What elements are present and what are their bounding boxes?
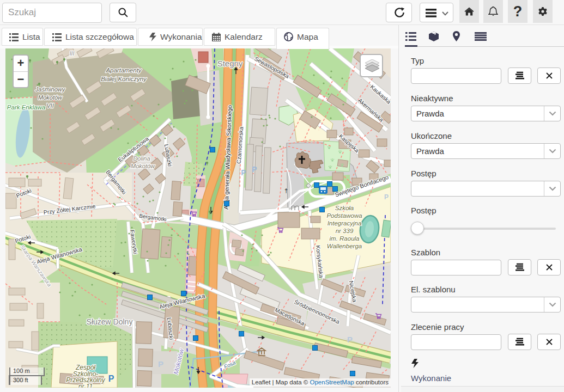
- svg-text:Służew Dolny: Służew Dolny: [87, 317, 133, 326]
- svg-text:Białej Koniczyny: Białej Koniczyny: [101, 76, 147, 82]
- svg-text:P: P: [108, 374, 114, 383]
- svg-text:III: III: [70, 51, 75, 57]
- svg-text:†: †: [284, 187, 288, 194]
- svg-text:Mokotów: Mokotów: [38, 94, 63, 101]
- svg-text:P: P: [252, 165, 257, 174]
- svg-text:Podstawowa: Podstawowa: [326, 212, 362, 219]
- svg-text:Park Enklawa: Park Enklawa: [7, 104, 45, 111]
- svg-text:Stegny: Stegny: [217, 59, 243, 68]
- svg-text:VII: VII: [46, 102, 53, 109]
- svg-text:im. Raoula: im. Raoula: [330, 235, 360, 242]
- svg-text:P: P: [241, 168, 246, 177]
- svg-text:P: P: [384, 193, 389, 201]
- svg-text:Wallenberga: Wallenberga: [327, 243, 362, 249]
- svg-text:Szkoła: Szkoła: [335, 205, 354, 211]
- svg-text:Mokotów: Mokotów: [131, 163, 155, 169]
- svg-text:P: P: [158, 359, 163, 369]
- svg-text:nr 339: nr 339: [336, 228, 354, 234]
- svg-text:Jaśminowy: Jaśminowy: [35, 86, 66, 93]
- svg-text:Apartamenty: Apartamenty: [105, 67, 142, 74]
- svg-text:P: P: [347, 335, 353, 344]
- svg-text:Dolina: Dolina: [133, 155, 150, 162]
- svg-text:nr 11: nr 11: [78, 383, 93, 388]
- svg-text:Integracyjna: Integracyjna: [328, 220, 362, 226]
